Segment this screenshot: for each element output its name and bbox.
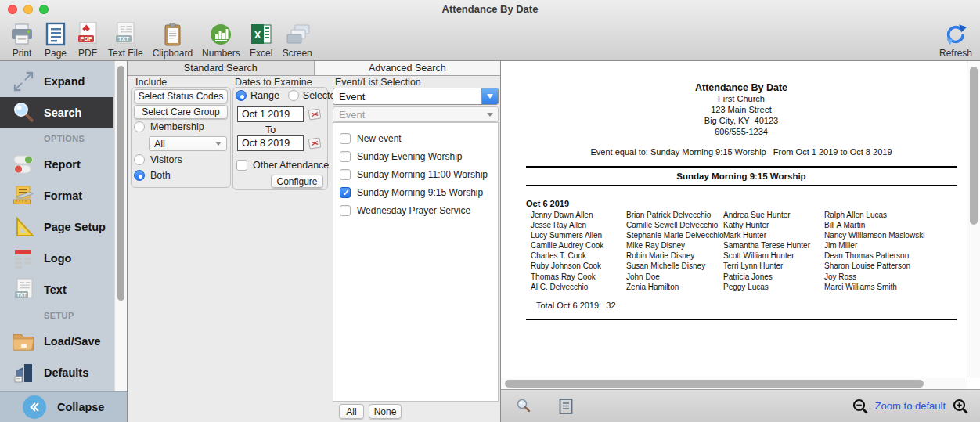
sidebar-item-text[interactable]: TXT Text [0, 274, 113, 305]
tab-standard-search[interactable]: Standard Search [128, 61, 315, 75]
zoom-in-button[interactable] [952, 398, 969, 415]
minimize-button[interactable] [23, 5, 33, 14]
screen-button[interactable]: Screen [283, 21, 312, 59]
event-checkbox-item[interactable]: Sunday Morning 11:00 Worship [333, 165, 498, 183]
configure-button[interactable]: Configure [271, 175, 323, 188]
preview-horizontal-scrollbar[interactable] [501, 378, 967, 389]
selected-radio[interactable] [288, 90, 299, 101]
numbers-icon [209, 21, 232, 47]
sidebar-item-page-setup[interactable]: Page Setup [0, 211, 113, 243]
report-phone: 606/555-1234 [526, 126, 957, 137]
sidebar-item-label: Search [44, 106, 81, 119]
sidebar-item-load-save[interactable]: Load/Save [0, 326, 113, 357]
refresh-icon [944, 21, 967, 47]
event-checkbox[interactable] [340, 187, 351, 198]
attendee-name: Lucy Summers Allen [531, 230, 626, 240]
titlebar: Attendance By Date [0, 0, 980, 19]
membership-radio-row[interactable]: Membership [134, 121, 204, 132]
visitors-radio[interactable] [134, 154, 145, 165]
sidebar-section-setup: SETUP [0, 305, 113, 326]
clipboard-button[interactable]: Clipboard [153, 21, 193, 59]
range-radio[interactable] [236, 90, 247, 101]
fullscreen-button[interactable] [39, 5, 49, 14]
text-file-button[interactable]: TXT Text File [108, 21, 143, 59]
page-button[interactable]: Page [44, 21, 67, 59]
sidebar-item-search[interactable]: Search [0, 97, 113, 128]
numbers-button[interactable]: Numbers [202, 21, 240, 59]
none-button[interactable]: None [369, 404, 402, 419]
report-criteria: Event equal to: Sunday Morning 9:15 Wors… [526, 147, 957, 157]
sidebar-item-logo[interactable]: Logo [0, 243, 113, 274]
from-date-field[interactable]: Oct 1 2019 [237, 106, 304, 122]
other-attendance-label: Other Attendance [253, 160, 329, 171]
all-button[interactable]: All [339, 404, 364, 419]
event-checkbox-item[interactable]: Sunday Morning 9:15 Worship [333, 183, 498, 201]
attendee-name: Camille Sewell Delvecchio [626, 220, 723, 230]
txt-doc-icon: TXT [12, 278, 35, 301]
attendee-name: Susan Michelle Disney [626, 261, 723, 271]
preview-vertical-scrollbar[interactable] [967, 61, 980, 378]
event-type-value: Event [339, 91, 365, 103]
select-care-group-button[interactable]: Select Care Group [134, 105, 228, 119]
event-type-dropdown[interactable]: Event [333, 88, 499, 105]
attendee-grid: Jenny Dawn AllenBrian Patrick Delvecchio… [526, 210, 957, 292]
scrollbar-thumb[interactable] [117, 66, 124, 301]
close-button[interactable] [8, 5, 17, 14]
expand-icon [12, 70, 35, 93]
event-checkbox[interactable] [340, 151, 351, 162]
sidebar-item-report[interactable]: Report [0, 149, 113, 180]
search-icon [12, 101, 35, 124]
membership-radio[interactable] [134, 121, 145, 132]
pdf-button[interactable]: PDF PDF [77, 21, 99, 59]
other-attendance-row[interactable]: Other Attendance [236, 160, 329, 171]
svg-text:TXT: TXT [118, 35, 130, 42]
sidebar-item-format[interactable]: Format [0, 180, 113, 211]
print-button[interactable]: Print [9, 21, 34, 59]
sidebar-item-label: Load/Save [44, 335, 101, 348]
event-checkbox[interactable] [340, 133, 351, 144]
visitors-radio-row[interactable]: Visitors [134, 154, 182, 165]
include-heading: Include [135, 77, 167, 88]
from-date-picker-icon[interactable] [308, 108, 322, 124]
membership-filter-dropdown[interactable]: All [149, 136, 227, 151]
range-radio-row[interactable]: Range Selected [236, 90, 341, 101]
refresh-button[interactable]: Refresh [939, 21, 972, 59]
event-checkbox-item[interactable]: Sunday Evening Worship [333, 147, 498, 165]
to-label: To [265, 124, 276, 135]
dates-heading: Dates to Examine [235, 77, 312, 88]
sidebar-item-label: Page Setup [44, 221, 106, 233]
zoom-to-default-link[interactable]: Zoom to default [875, 400, 946, 412]
find-in-report-button[interactable] [515, 398, 532, 415]
visitors-label: Visitors [150, 154, 182, 165]
text-file-icon: TXT [114, 21, 136, 47]
to-date-field[interactable]: Oct 8 2019 [237, 135, 304, 151]
to-date-picker-icon[interactable] [308, 137, 322, 153]
event-checkbox[interactable] [340, 205, 351, 216]
sidebar-item-collapse[interactable]: Collapse [0, 391, 127, 422]
excel-button[interactable]: X Excel [250, 21, 273, 59]
event-checkbox-item[interactable]: Wednesday Prayer Service [333, 201, 498, 219]
event-checkbox-item[interactable]: New event [333, 129, 498, 147]
event-checkbox[interactable] [340, 169, 351, 180]
other-attendance-checkbox[interactable] [236, 160, 247, 171]
sidebar-item-defaults[interactable]: Defaults [0, 357, 113, 388]
page-view-button[interactable] [558, 398, 574, 415]
screen-icon [284, 21, 311, 47]
scrollbar-thumb[interactable] [970, 67, 978, 225]
select-status-codes-button[interactable]: Select Status Codes [134, 89, 228, 103]
zoom-out-button[interactable] [852, 398, 869, 415]
chevron-down-icon[interactable] [481, 88, 498, 104]
scrollbar-thumb[interactable] [505, 380, 924, 388]
event-list[interactable]: New eventSunday Evening WorshipSunday Mo… [333, 122, 499, 402]
sidebar-item-label: Report [44, 158, 81, 171]
printer-icon [9, 21, 34, 47]
collapse-icon [23, 395, 46, 419]
tab-advanced-search[interactable]: Advanced Search [315, 61, 501, 75]
attendee-name: Patricia Jones [723, 272, 824, 282]
sidebar-section-options: OPTIONS [0, 128, 113, 149]
sidebar-item-expand[interactable]: Expand [0, 66, 113, 97]
both-radio[interactable] [134, 170, 145, 181]
sidebar-scrollbar[interactable] [114, 61, 127, 391]
both-radio-row[interactable]: Both [134, 170, 171, 181]
report-preview: Attendance By Date First Church 123 Main… [501, 61, 980, 422]
